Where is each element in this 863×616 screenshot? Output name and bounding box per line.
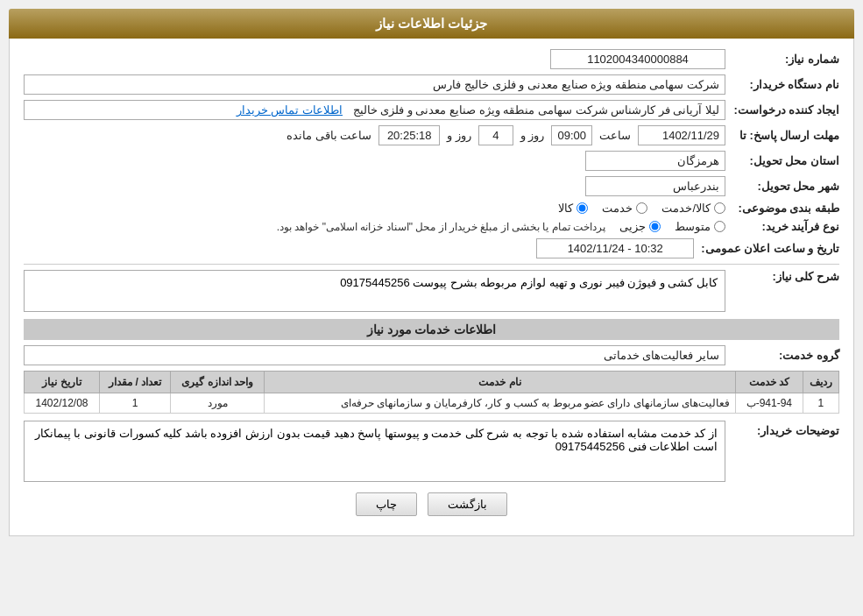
table-header-row: ردیف کد خدمت نام خدمت واحد اندازه گیری ت… bbox=[25, 372, 839, 393]
reply-days-value: 4 bbox=[478, 125, 513, 145]
contact-link[interactable]: اطلاعات تماس خریدار bbox=[237, 103, 343, 117]
print-button[interactable]: چاپ bbox=[356, 492, 417, 516]
announce-date-label: تاریخ و ساعت اعلان عمومی: bbox=[694, 242, 839, 255]
service-table-section: ردیف کد خدمت نام خدمت واحد اندازه گیری ت… bbox=[24, 371, 839, 414]
radio-jozii[interactable]: جزیی bbox=[619, 220, 661, 233]
buttons-row: بازگشت چاپ bbox=[24, 492, 839, 525]
province-value: هرمزگان bbox=[585, 151, 725, 171]
col-row-num: ردیف bbox=[803, 372, 838, 393]
days-label: روز و bbox=[517, 129, 548, 142]
radio-khedmat[interactable]: خدمت bbox=[602, 202, 647, 215]
province-label: استان محل تحویل: bbox=[725, 154, 839, 167]
buyer-desc-label: توضیحات خریدار: bbox=[725, 421, 839, 437]
general-desc-label: شرح کلی نیاز: bbox=[725, 270, 839, 283]
cell-unit: مورد bbox=[171, 393, 265, 414]
purchase-note: پرداخت تمام یا بخشی از مبلغ خریدار از مح… bbox=[277, 221, 605, 233]
announce-date-row: تاریخ و ساعت اعلان عمومی: 1402/11/24 - 1… bbox=[24, 238, 839, 258]
city-row: شهر محل تحویل: بندرعباس bbox=[24, 176, 839, 196]
category-radio-group: کالا/خدمت خدمت کالا bbox=[24, 202, 725, 215]
radio-kala-label: کالا bbox=[558, 202, 573, 215]
province-row: استان محل تحویل: هرمزگان bbox=[24, 151, 839, 171]
buyer-desc-textarea[interactable] bbox=[24, 421, 725, 482]
category-label: طبقه بندی موضوعی: bbox=[725, 202, 839, 215]
radio-mutavasset-input[interactable] bbox=[714, 221, 725, 232]
col-quantity: تعداد / مقدار bbox=[100, 372, 171, 393]
main-panel: شماره نیاز: 1102004340000884 نام دستگاه … bbox=[9, 39, 854, 536]
need-number-row: شماره نیاز: 1102004340000884 bbox=[24, 49, 839, 69]
city-value: بندرعباس bbox=[585, 176, 725, 196]
purchase-type-row: نوع فرآیند خرید: متوسط جزیی پرداخت تمام … bbox=[24, 220, 839, 233]
creator-value: لیلا آریانی فر کارشناس شرکت سهامی منطقه … bbox=[24, 100, 725, 120]
general-desc-textarea[interactable] bbox=[24, 270, 725, 312]
need-number-value: 1102004340000884 bbox=[550, 49, 725, 69]
radio-kala-input[interactable] bbox=[577, 202, 588, 214]
remaining-label: روز و bbox=[443, 129, 475, 142]
remaining-suffix: ساعت باقی مانده bbox=[283, 129, 375, 142]
cell-date: 1402/12/08 bbox=[25, 393, 100, 414]
service-group-value: سایر فعالیت‌های خدماتی bbox=[24, 345, 725, 365]
col-service-code: کد خدمت bbox=[735, 372, 803, 393]
city-label: شهر محل تحویل: bbox=[725, 180, 839, 193]
page-header: جزئیات اطلاعات نیاز bbox=[9, 9, 854, 39]
need-number-label: شماره نیاز: bbox=[725, 53, 839, 66]
category-row: طبقه بندی موضوعی: کالا/خدمت خدمت کالا bbox=[24, 202, 839, 215]
service-table: ردیف کد خدمت نام خدمت واحد اندازه گیری ت… bbox=[24, 371, 839, 414]
radio-jozii-label: جزیی bbox=[619, 220, 646, 233]
buyer-desc-row: توضیحات خریدار: bbox=[24, 421, 839, 482]
table-row: 1 941-94-ب فعالیت‌های سازمانهای دارای عض… bbox=[25, 393, 839, 414]
creator-label: ایجاد کننده درخواست: bbox=[725, 103, 839, 117]
col-date: تاریخ نیاز bbox=[25, 372, 100, 393]
radio-mutavasset[interactable]: متوسط bbox=[675, 220, 725, 233]
reply-deadline-label: مهلت ارسال پاسخ: تا bbox=[725, 129, 839, 142]
org-name-value: شرکت سهامی منطقه ویژه صنایع معدنی و فلزی… bbox=[24, 74, 725, 95]
purchase-type-radio-group: متوسط جزیی پرداخت تمام یا بخشی از مبلغ خ… bbox=[24, 220, 725, 233]
col-unit: واحد اندازه گیری bbox=[171, 372, 265, 393]
purchase-type-label: نوع فرآیند خرید: bbox=[725, 220, 839, 233]
radio-jozii-input[interactable] bbox=[649, 221, 661, 232]
cell-code: 941-94-ب bbox=[735, 393, 803, 414]
creator-row: ایجاد کننده درخواست: لیلا آریانی فر کارش… bbox=[24, 100, 839, 120]
reply-remaining-value: 20:25:18 bbox=[378, 125, 440, 145]
general-desc-row: شرح کلی نیاز: bbox=[24, 270, 839, 312]
radio-kala-khedmat[interactable]: کالا/خدمت bbox=[661, 202, 725, 215]
radio-mutavasset-label: متوسط bbox=[675, 220, 711, 233]
service-group-label: گروه خدمت: bbox=[725, 349, 839, 362]
divider1 bbox=[24, 264, 839, 265]
reply-time-value: 09:00 bbox=[551, 125, 592, 145]
reply-deadline-row: مهلت ارسال پاسخ: تا 1402/11/29 ساعت 09:0… bbox=[24, 125, 839, 145]
radio-khedmat-input[interactable] bbox=[636, 202, 647, 214]
announce-date-value: 1402/11/24 - 10:32 bbox=[536, 238, 694, 258]
reply-date-value: 1402/11/29 bbox=[638, 125, 725, 145]
radio-khedmat-label: خدمت bbox=[602, 202, 633, 215]
cell-row-num: 1 bbox=[803, 393, 838, 414]
service-group-row: گروه خدمت: سایر فعالیت‌های خدماتی bbox=[24, 345, 839, 365]
radio-kala[interactable]: کالا bbox=[558, 202, 588, 215]
page-wrapper: جزئیات اطلاعات نیاز شماره نیاز: 11020043… bbox=[0, 0, 863, 616]
back-button[interactable]: بازگشت bbox=[428, 492, 507, 516]
page-title: جزئیات اطلاعات نیاز bbox=[376, 16, 487, 31]
time-separator-label: ساعت bbox=[596, 129, 634, 142]
col-service-name: نام خدمت bbox=[264, 372, 735, 393]
radio-kala-khedmat-input[interactable] bbox=[714, 202, 725, 214]
cell-quantity: 1 bbox=[100, 393, 171, 414]
org-name-label: نام دستگاه خریدار: bbox=[725, 78, 839, 91]
radio-kala-khedmat-label: کالا/خدمت bbox=[661, 202, 711, 215]
reply-time-fields: 1402/11/29 ساعت 09:00 روز و 4 روز و 20:2… bbox=[283, 125, 725, 145]
service-info-title: اطلاعات خدمات مورد نیاز bbox=[24, 319, 839, 340]
org-name-row: نام دستگاه خریدار: شرکت سهامی منطقه ویژه… bbox=[24, 74, 839, 95]
cell-name: فعالیت‌های سازمانهای دارای عضو مربوط به … bbox=[264, 393, 735, 414]
